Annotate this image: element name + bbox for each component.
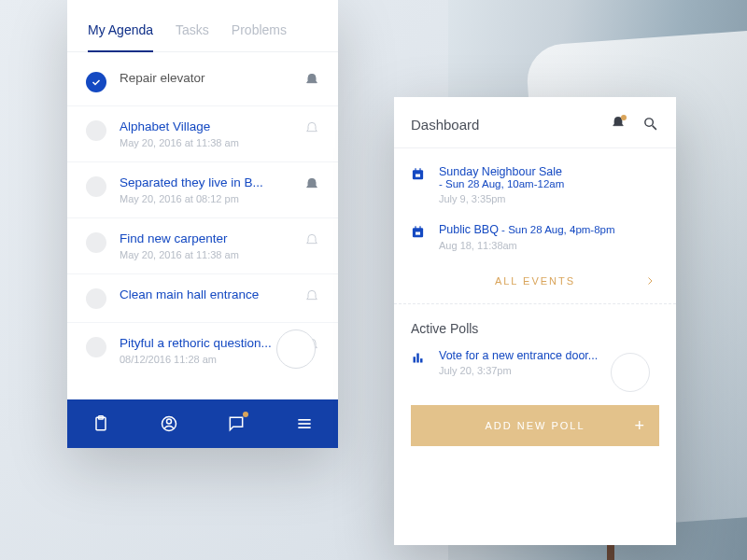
agenda-item[interactable]: Separated they live in B... May 20, 2016… xyxy=(67,162,338,218)
agenda-body: Separated they live in B... May 20, 2016… xyxy=(120,175,297,204)
search-icon[interactable] xyxy=(642,116,659,133)
add-poll-button[interactable]: ADD NEW POLL + xyxy=(411,405,659,446)
agenda-body: Clean main hall entrance xyxy=(120,287,297,301)
check-done-icon[interactable] xyxy=(86,72,106,92)
dashboard-title: Dashboard xyxy=(411,117,596,133)
nav-profile-icon[interactable] xyxy=(159,413,179,434)
svg-rect-17 xyxy=(416,232,420,235)
calendar-icon xyxy=(411,225,426,240)
check-empty-icon[interactable] xyxy=(86,288,106,309)
agenda-title: Find new carpenter xyxy=(120,231,297,245)
bell-icon[interactable] xyxy=(304,121,319,136)
event-posted: Aug 18, 11:38am xyxy=(439,240,659,251)
calendar-icon xyxy=(411,167,426,182)
check-empty-icon[interactable] xyxy=(86,232,106,253)
nav-chat-icon[interactable] xyxy=(226,413,247,434)
poll-title: Vote for a new entrance door... xyxy=(439,349,611,362)
nav-clipboard-icon[interactable] xyxy=(91,413,111,434)
svg-point-3 xyxy=(166,419,171,424)
agenda-item[interactable]: Find new carpenter May 20, 2016 at 11:38… xyxy=(67,218,338,274)
agenda-time: May 20, 2016 at 11:38 am xyxy=(120,249,297,260)
bell-icon[interactable] xyxy=(304,233,319,248)
notification-dot xyxy=(621,115,627,120)
check-empty-icon[interactable] xyxy=(86,176,106,197)
polls-heading: Active Polls xyxy=(411,321,659,336)
svg-rect-11 xyxy=(415,168,416,171)
add-poll-label: ADD NEW POLL xyxy=(485,420,585,431)
agenda-body: Pityful a rethoric question... 08/12/201… xyxy=(120,336,297,365)
agenda-body: Repair elevator xyxy=(120,71,297,85)
event-item[interactable]: Public BBQ - Sun 28 Aug, 4pm-8pm Aug 18,… xyxy=(394,214,676,260)
chevron-right-icon xyxy=(644,275,655,287)
agenda-item[interactable]: Clean main hall entrance xyxy=(67,274,338,323)
bell-icon[interactable] xyxy=(304,73,319,88)
svg-rect-13 xyxy=(416,175,420,177)
event-subtitle: - Sun 28 Aug, 10am-12am xyxy=(439,178,659,189)
svg-rect-12 xyxy=(419,168,420,171)
agenda-title: Clean main hall entrance xyxy=(120,287,297,301)
event-title: Public BBQ xyxy=(439,223,499,236)
svg-rect-18 xyxy=(414,357,416,362)
svg-rect-15 xyxy=(415,226,416,229)
svg-point-7 xyxy=(645,119,654,126)
dashboard-header: Dashboard xyxy=(394,97,676,148)
event-body: Sunday Neighbour Sale - Sun 28 Aug, 10am… xyxy=(439,165,659,204)
poll-time: July 20, 3:37pm xyxy=(439,365,611,376)
agenda-title: Repair elevator xyxy=(120,71,297,85)
agenda-body: Alphabet Village May 20, 2016 at 11:38 a… xyxy=(120,119,297,148)
agenda-body: Find new carpenter May 20, 2016 at 11:38… xyxy=(120,231,297,260)
event-subtitle: - Sun 28 Aug, 4pm-8pm xyxy=(499,224,615,235)
all-events-label: ALL EVENTS xyxy=(495,275,575,287)
notification-dot xyxy=(243,412,248,417)
poll-icon xyxy=(411,351,426,366)
check-empty-icon[interactable] xyxy=(86,120,106,141)
svg-rect-20 xyxy=(420,358,423,362)
bell-icon[interactable] xyxy=(304,289,319,304)
event-item[interactable]: Sunday Neighbour Sale - Sun 28 Aug, 10am… xyxy=(394,156,676,214)
tab-my-agenda[interactable]: My Agenda xyxy=(88,22,153,52)
plus-icon: + xyxy=(634,416,646,436)
event-body: Public BBQ - Sun 28 Aug, 4pm-8pm Aug 18,… xyxy=(439,223,659,251)
agenda-item[interactable]: Repair elevator xyxy=(67,58,338,106)
agenda-time: 08/12/2016 11:28 am xyxy=(120,354,297,365)
floating-action-button[interactable] xyxy=(276,329,316,369)
agenda-title: Alphabet Village xyxy=(120,119,297,133)
polls-section: Active Polls Vote for a new entrance doo… xyxy=(394,304,676,392)
events-list: Sunday Neighbour Sale - Sun 28 Aug, 10am… xyxy=(394,148,676,260)
agenda-title: Separated they live in B... xyxy=(120,175,297,189)
bottom-nav xyxy=(67,399,338,448)
agenda-time: May 20, 2016 at 08:12 pm xyxy=(120,193,297,204)
check-empty-icon[interactable] xyxy=(86,337,106,357)
nav-menu-icon[interactable] xyxy=(294,413,315,434)
agenda-tabs: My Agenda Tasks Problems xyxy=(67,0,338,52)
agenda-time: May 20, 2016 at 11:38 am xyxy=(120,137,297,148)
tab-problems[interactable]: Problems xyxy=(232,22,287,51)
event-title: Sunday Neighbour Sale xyxy=(439,165,659,178)
tab-tasks[interactable]: Tasks xyxy=(176,22,209,51)
poll-body: Vote for a new entrance door... July 20,… xyxy=(439,349,611,392)
bell-icon[interactable] xyxy=(304,177,319,192)
event-posted: July 9, 3:35pm xyxy=(439,193,659,204)
agenda-title: Pityful a rethoric question... xyxy=(120,336,297,350)
poll-item[interactable]: Vote for a new entrance door... July 20,… xyxy=(411,349,659,392)
agenda-item[interactable]: Alphabet Village May 20, 2016 at 11:38 a… xyxy=(67,106,338,162)
agenda-panel: My Agenda Tasks Problems Repair elevator… xyxy=(67,0,338,448)
all-events-link[interactable]: ALL EVENTS xyxy=(394,260,676,304)
svg-rect-16 xyxy=(419,226,420,229)
notifications-icon[interactable] xyxy=(611,116,627,133)
poll-progress-circle xyxy=(611,353,650,392)
svg-rect-19 xyxy=(416,354,419,363)
svg-line-8 xyxy=(653,126,656,130)
dashboard-panel: Dashboard Sunday Neighbour Sale - Sun 28… xyxy=(394,97,676,545)
